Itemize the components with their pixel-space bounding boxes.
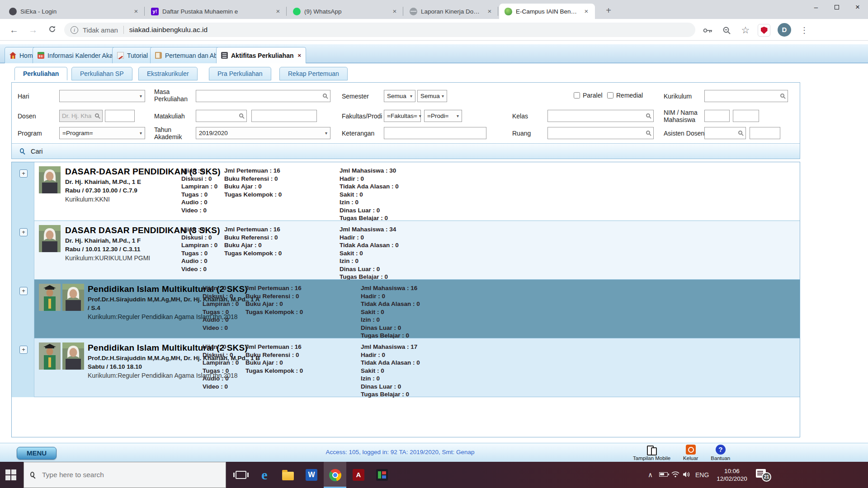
asisten-input-2[interactable]: [750, 127, 780, 139]
media-taskbar-icon[interactable]: [371, 462, 393, 488]
remedial-checkbox[interactable]: [607, 92, 613, 99]
dosen-input-2[interactable]: [105, 110, 135, 122]
tray-chevron-icon[interactable]: ∧: [648, 471, 653, 479]
close-icon[interactable]: ×: [298, 52, 302, 59]
ruang-input[interactable]: [548, 128, 645, 138]
word-taskbar-icon[interactable]: W: [300, 462, 323, 488]
search-bar[interactable]: Cari: [12, 143, 800, 159]
browser-tab[interactable]: (9) WhatsApp×: [288, 4, 403, 19]
search-icon: [738, 131, 742, 135]
extension-shield-icon[interactable]: [758, 24, 770, 37]
zoom-icon[interactable]: [721, 24, 732, 36]
matakuliah-input[interactable]: [196, 111, 238, 121]
cari-button[interactable]: Cari: [31, 148, 43, 155]
tab-close-icon[interactable]: ×: [391, 7, 399, 15]
browser-tab[interactable]: y!Daftar Pustaka Muhaemin e×: [146, 4, 287, 19]
select-value: Semua: [420, 93, 440, 99]
expand-row-button[interactable]: +: [19, 228, 28, 236]
matakuliah-input-2[interactable]: [251, 110, 317, 122]
browser-menu-icon[interactable]: ⋮: [798, 23, 810, 37]
sub-tab-perkuliahan[interactable]: Perkuliahan: [14, 67, 67, 80]
tab-close-icon[interactable]: ×: [274, 7, 282, 15]
hari-select[interactable]: ▾: [59, 90, 145, 102]
battery-icon[interactable]: [659, 472, 668, 477]
course-row[interactable]: +Pendidikan Islam Multikultural (2 SKS)P…: [12, 280, 800, 338]
paralel-label: Paralel: [583, 92, 603, 99]
explorer-taskbar-icon[interactable]: [277, 462, 299, 488]
expand-row-button[interactable]: +: [19, 169, 28, 178]
task-view-taskbar-icon[interactable]: [230, 462, 252, 488]
footer-action-help[interactable]: ?Bantuan: [711, 445, 730, 461]
kelas-search-field[interactable]: [547, 110, 654, 122]
paralel-checkbox[interactable]: [574, 92, 580, 99]
address-bar[interactable]: i Tidak aman siakad.iainbengkulu.ac.id: [64, 23, 695, 37]
reload-button[interactable]: [45, 23, 59, 37]
dosen-input[interactable]: [60, 111, 94, 121]
window-maximize-button[interactable]: [826, 0, 847, 15]
tahun-select[interactable]: 2019/2020▾: [196, 127, 330, 139]
course-row[interactable]: +DASAR DASAR PENDIDIKAN (3 SKS)Dr. Hj. K…: [12, 221, 800, 280]
chrome-taskbar-icon[interactable]: [324, 462, 346, 488]
browser-tab-strip: SiEka - Login×y!Daftar Pustaka Muhaemin …: [0, 0, 868, 19]
sub-tab-ekstrakurikuler[interactable]: Ekstrakurikuler: [138, 67, 198, 80]
action-center-icon[interactable]: 21: [756, 469, 768, 479]
forward-button[interactable]: →: [26, 23, 40, 37]
asisten-search-field[interactable]: [704, 127, 746, 139]
sub-tab-rekap-pertemuan[interactable]: Rekap Pertemuan: [279, 67, 348, 80]
fakultas_prodi-select[interactable]: =Prodi=▾: [424, 110, 462, 122]
tab-separator: [286, 7, 287, 16]
paralel-checkbox-group[interactable]: Paralel: [574, 92, 603, 99]
tab-close-icon[interactable]: ×: [582, 7, 590, 15]
page-info-icon[interactable]: i: [71, 26, 78, 34]
expand-row-button[interactable]: +: [19, 346, 28, 354]
course-row[interactable]: +DASAR-DASAR PENDIDIKAN (3 SKS)Dr. Hj. K…: [12, 162, 800, 221]
footer-action-mobile[interactable]: Tampilan Mobile: [633, 445, 670, 461]
nim-input[interactable]: [704, 110, 730, 122]
tab-close-icon[interactable]: ×: [486, 7, 494, 15]
tab-close-icon[interactable]: ×: [132, 7, 140, 15]
acrobat-taskbar-icon[interactable]: A: [347, 462, 370, 488]
wifi-icon[interactable]: [671, 471, 680, 479]
reload-icon: [48, 25, 56, 33]
kurikulum-input[interactable]: [705, 91, 779, 101]
nim-input-2[interactable]: [733, 110, 759, 122]
browser-tab[interactable]: E-Campus IAIN Bengkulu×: [499, 4, 595, 19]
taskbar-search-input[interactable]: [42, 471, 220, 479]
nav-tab-aktifitas-perkuliahan[interactable]: Aktifitas Perkuliahan×: [216, 47, 306, 63]
volume-icon[interactable]: [683, 471, 691, 480]
back-button[interactable]: ←: [7, 23, 21, 37]
keterangan-input[interactable]: [384, 127, 486, 139]
dosen-search-field[interactable]: [59, 110, 103, 122]
masa-search-field[interactable]: [196, 90, 330, 102]
masa-input[interactable]: [196, 91, 322, 101]
program-select[interactable]: =Program=▾: [59, 127, 145, 139]
sub-tab-pra-perkuliahan[interactable]: Pra Perkuliahan: [209, 67, 271, 80]
url-text[interactable]: siakad.iainbengkulu.ac.id: [129, 26, 208, 34]
footer-action-logout[interactable]: Keluar: [683, 445, 698, 461]
course-row[interactable]: +Pendidikan Islam Multikultural (2 SKS)P…: [12, 338, 800, 397]
browser-tab[interactable]: SiEka - Login×: [4, 4, 145, 19]
new-tab-button[interactable]: +: [602, 5, 615, 17]
window-close-button[interactable]: ×: [847, 0, 868, 15]
fakultas_prodi-select[interactable]: =Fakultas=▾: [384, 110, 421, 122]
kelas-input[interactable]: [548, 111, 645, 121]
kurikulum-search-field[interactable]: [704, 90, 788, 102]
matakuliah-search-field[interactable]: [196, 110, 247, 122]
remedial-checkbox-group[interactable]: Remedial: [607, 92, 643, 99]
edge-taskbar-icon[interactable]: e: [253, 462, 276, 488]
ruang-search-field[interactable]: [547, 127, 654, 139]
expand-row-button[interactable]: +: [19, 287, 28, 295]
browser-tab[interactable]: Laporan Kinerja Dosen IAIN×: [404, 4, 498, 19]
window-minimize-button[interactable]: –: [806, 0, 826, 15]
sub-tab-perkuliahan-sp[interactable]: Perkuliahan SP: [71, 67, 132, 80]
taskbar-search[interactable]: [24, 462, 226, 488]
language-indicator[interactable]: ENG: [695, 471, 709, 479]
semester-select[interactable]: Semua▾: [417, 90, 447, 102]
clock[interactable]: 10:06 12/02/2020: [712, 467, 752, 483]
password-key-icon[interactable]: [702, 24, 713, 36]
bookmark-star-icon[interactable]: ☆: [740, 24, 751, 36]
asisten-input[interactable]: [705, 128, 737, 138]
start-button[interactable]: [5, 469, 17, 481]
profile-avatar[interactable]: D: [778, 23, 791, 37]
semester-select[interactable]: Semua▾: [384, 90, 415, 102]
